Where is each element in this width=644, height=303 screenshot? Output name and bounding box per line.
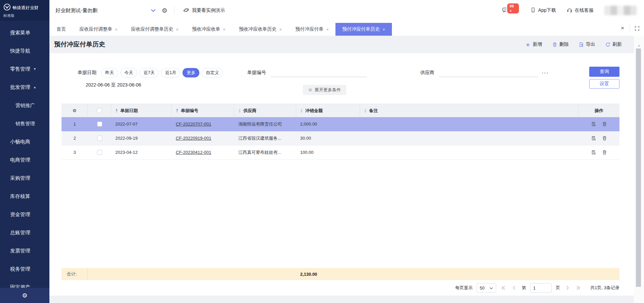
close-icon[interactable]: × [279, 27, 282, 32]
settings-gear-icon[interactable]: ⚙ [162, 7, 167, 14]
supplier-input[interactable] [439, 68, 538, 77]
cell-supplier: 江西真可爱布娃娃有... [234, 145, 296, 160]
table-row[interactable]: 3 2023-04-12 CF-20230412-001 江西真可爱布娃娃有..… [62, 145, 619, 160]
first-page-icon[interactable] [500, 285, 507, 290]
sort-icons[interactable]: ▲▼ [115, 108, 118, 113]
query-button[interactable]: 查询 [589, 67, 619, 77]
close-icon[interactable]: × [326, 27, 329, 32]
fullscreen-icon[interactable] [630, 21, 644, 36]
refresh-button[interactable]: 刷新 [605, 41, 622, 47]
scrollbar-thumb[interactable] [636, 48, 641, 287]
pill-last1month[interactable]: 近1月 [161, 68, 180, 77]
sidebar-item-tax-mgmt[interactable]: 税务管理 [0, 260, 49, 278]
vertical-scrollbar[interactable]: ▲ [634, 36, 644, 303]
add-button[interactable]: ＋ 新增 [525, 41, 542, 47]
doc-no-input[interactable] [271, 68, 367, 77]
demo-link[interactable]: 我要看实例演示 [183, 7, 225, 14]
sidebar-item-fixed-assets[interactable]: 固定资产 [0, 278, 49, 288]
pill-custom[interactable]: 自定义 [202, 68, 223, 77]
delete-row-icon[interactable] [602, 122, 607, 127]
scroll-up-arrow[interactable]: ▲ [634, 36, 644, 47]
pill-more[interactable]: 更多 [183, 68, 199, 77]
gear-icon: ⚙ [22, 292, 27, 299]
pill-last7days[interactable]: 近7天 [139, 68, 159, 77]
sidebar-item-invoice-mgmt[interactable]: 发票管理 [0, 242, 49, 260]
sidebar-item-sales-mgmt[interactable]: 销售管理 [0, 114, 49, 133]
sidebar-item-retail-mgmt[interactable]: 零售管理▼ [0, 60, 49, 78]
tab-prereceipt-offset-history[interactable]: 预收冲应收单历史× [232, 23, 289, 36]
sort-icons[interactable]: ▲▼ [176, 108, 178, 113]
user-info-blurred[interactable] [604, 6, 637, 15]
online-service-button[interactable]: 在线客服 [567, 7, 594, 14]
delete-row-icon[interactable] [602, 136, 607, 141]
doc-link[interactable]: CF-20220707-001 [176, 122, 211, 127]
app-download-button[interactable]: App下载 [530, 7, 556, 14]
view-detail-icon[interactable] [591, 122, 596, 127]
select-all-checkbox[interactable] [88, 104, 111, 117]
tab-prereceipt-offset[interactable]: 预收冲应收单× [185, 23, 232, 36]
page-number-input[interactable] [530, 283, 552, 293]
close-icon[interactable]: × [176, 27, 179, 32]
pill-today[interactable]: 今天 [120, 68, 137, 77]
export-button[interactable]: 导出 [579, 41, 595, 47]
sidebar-item-inventory-accounting[interactable]: 库存核算 [0, 187, 49, 205]
sidebar-item-wholesale-mgmt[interactable]: 批发管理▲ [0, 78, 49, 96]
pill-yesterday[interactable]: 昨天 [101, 68, 118, 77]
sort-icons[interactable]: ▲▼ [300, 108, 303, 113]
sidebar-item-purchase-mgmt[interactable]: 采购管理 [0, 169, 49, 187]
tab-home[interactable]: 首页 [50, 23, 73, 36]
app-logo[interactable]: 畅捷通好业财 标准版 [0, 0, 49, 21]
sidebar-settings-bar[interactable]: ⚙ [0, 288, 49, 303]
table-row[interactable]: 1 2022-07-07 CF-20220707-001 湖南恒远有限责任公司 … [62, 117, 619, 131]
supplier-filter-label: 供应商 [420, 70, 434, 76]
col-header-supplier[interactable]: ▲▼ 供应商 [234, 104, 296, 117]
sidebar-item-general-ledger[interactable]: 总账管理 [0, 224, 49, 242]
row-checkbox[interactable] [88, 117, 111, 131]
close-all-tabs-icon[interactable]: × [615, 21, 630, 36]
messages-button[interactable]: 消息 99 + [502, 7, 520, 14]
sidebar-item-marketing-promo[interactable]: 营销推广 [0, 96, 49, 114]
tab-prepayment-offset-history[interactable]: 预付冲应付单历史× [335, 23, 392, 36]
per-page-select[interactable]: 50 [477, 283, 496, 293]
sidebar-item-quick-nav[interactable]: 快捷导航 [0, 42, 49, 60]
account-switcher[interactable]: 好业财测试-量勿删 [55, 7, 156, 14]
tab-prepayment-offset[interactable]: 预付冲应付单× [288, 23, 335, 36]
cell-code: CF-20220707-001 [172, 117, 234, 131]
settings-button[interactable]: 设置 [589, 79, 619, 89]
table-row[interactable]: 2 2022-09-19 CF-20220919-001 江西省琼汉建筑服务..… [62, 131, 619, 145]
sort-icons[interactable]: ▲▼ [364, 108, 367, 113]
delete-row-icon[interactable] [602, 150, 607, 155]
view-detail-icon[interactable] [591, 136, 596, 141]
close-icon[interactable]: × [223, 27, 226, 32]
sidebar-item-xiaochang-ecommerce[interactable]: 小畅电商 [0, 133, 49, 151]
supplier-picker-ellipsis[interactable]: ··· [542, 70, 549, 76]
row-checkbox[interactable] [88, 131, 111, 145]
last-page-icon[interactable] [575, 285, 581, 290]
delete-button[interactable]: 删除 [552, 41, 569, 47]
tab-ar-ap-adjustment[interactable]: 应收应付调整单× [73, 23, 124, 36]
date-range-value[interactable]: 2022-06-06 至 2023-06-06 [86, 82, 141, 88]
column-settings-gear[interactable]: ⚙ [62, 104, 88, 117]
sidebar-item-ecommerce-mgmt[interactable]: 电商管理 [0, 151, 49, 169]
col-header-date[interactable]: ▲▼ 单据日期 [111, 104, 172, 117]
row-index: 2 [62, 131, 88, 145]
sidebar-item-search-menu[interactable]: 搜索菜单 [0, 24, 49, 42]
tab-ar-ap-adjustment-history[interactable]: 应收应付调整单历史× [124, 23, 186, 36]
sidebar-menu: 搜索菜单 快捷导航 零售管理▼ 批发管理▲ 营销推广 销售管理 小畅电商 电商管… [0, 21, 49, 288]
prev-page-icon[interactable] [511, 285, 518, 290]
sidebar-item-funds-mgmt[interactable]: 资金管理 [0, 205, 49, 224]
row-checkbox[interactable] [88, 145, 111, 160]
cell-amount: 30.00 [296, 131, 360, 145]
col-header-code[interactable]: ▲▼ 单据编号 [172, 104, 234, 117]
doc-link[interactable]: CF-20230412-001 [176, 150, 211, 155]
doc-link[interactable]: CF-20220919-001 [176, 136, 211, 141]
col-header-note[interactable]: ▲▼ 备注 [360, 104, 578, 117]
page-suffix: 页 [556, 285, 560, 291]
expand-more-filters-button[interactable]: 展开更多条件 [303, 85, 346, 95]
close-icon[interactable]: × [115, 27, 118, 32]
sort-icons[interactable]: ▲▼ [238, 108, 241, 113]
next-page-icon[interactable] [564, 285, 571, 290]
view-detail-icon[interactable] [591, 150, 596, 155]
close-icon[interactable]: × [383, 27, 385, 32]
col-header-amount[interactable]: ▲▼ 冲销金额 [296, 104, 360, 117]
